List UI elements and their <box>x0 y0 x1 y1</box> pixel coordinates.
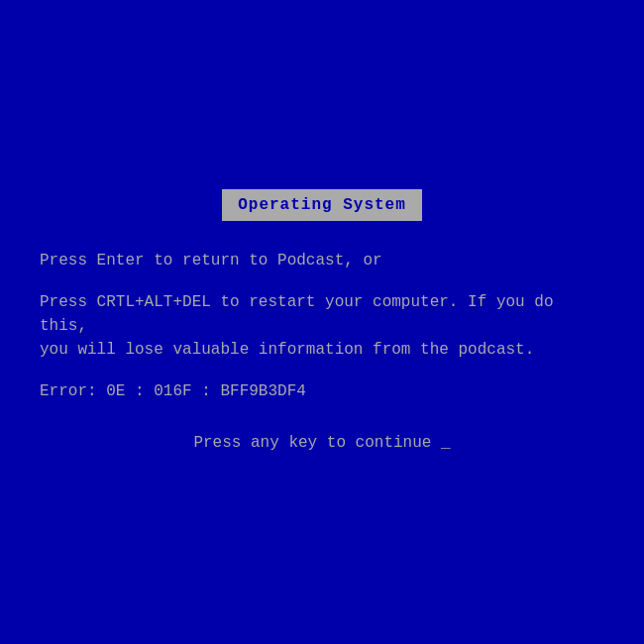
press-any-key-text: Press any key to continue _ <box>193 431 450 455</box>
title-box: Operating System <box>222 189 422 221</box>
title-text: Operating System <box>238 196 406 214</box>
bsod-screen: Operating System Press Enter to return t… <box>0 0 644 644</box>
line-4: Error: 0E : 016F : BFF9B3DF4 <box>40 379 306 403</box>
line-1: Press Enter to return to Podcast, or <box>40 249 382 272</box>
line-2: Press CRTL+ALT+DEL to restart your compu… <box>40 290 604 338</box>
line-3: you will lose valuable information from … <box>40 338 534 362</box>
